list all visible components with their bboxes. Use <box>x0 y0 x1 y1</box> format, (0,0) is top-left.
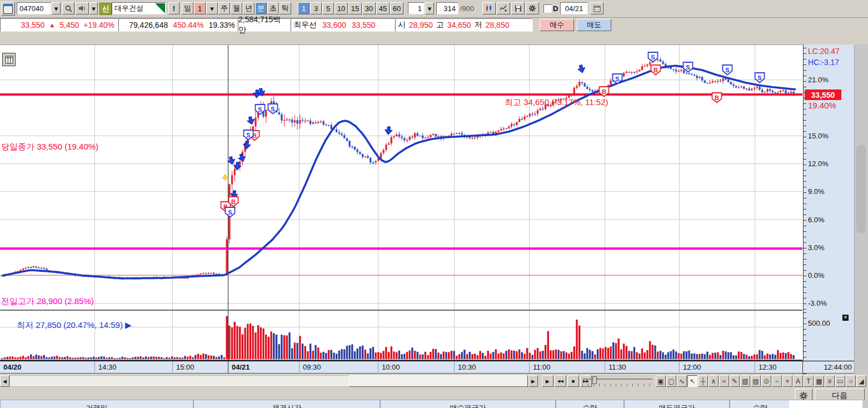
playback-rewind-button[interactable]: ◀◀ <box>555 375 566 387</box>
font-tool-icon[interactable]: T <box>804 375 814 387</box>
indicator-grid-icon[interactable]: ▦ <box>814 375 824 387</box>
lines-settings-icon[interactable]: ≡ <box>825 375 835 387</box>
y-tick-21.0%: 21.0% <box>808 76 829 84</box>
period-button-초[interactable]: 초 <box>267 2 279 14</box>
table-scroll-corner[interactable] <box>862 400 868 408</box>
trendline-add-icon[interactable] <box>497 2 510 14</box>
current-price-box: 33,550 <box>805 89 841 100</box>
d-checkbox[interactable] <box>543 4 552 13</box>
bottom-band: 다음 <box>0 388 868 400</box>
zoom-tool-icon[interactable]: ⊙ <box>761 375 771 387</box>
time-cell-separator <box>228 361 228 374</box>
peak-marker-tool-icon[interactable]: ∧ <box>709 375 719 387</box>
speed-slider-handle[interactable] <box>592 376 597 384</box>
sell-badge: S <box>226 207 235 217</box>
minute-button-1[interactable]: 1 <box>298 2 310 14</box>
open-label: 시 <box>398 20 406 30</box>
table-header-3: 수량 <box>556 400 624 408</box>
grid-toggle-icon[interactable] <box>2 53 16 66</box>
time-cell-separator <box>172 361 173 374</box>
angle-tool-icon[interactable]: ◢ <box>856 375 866 387</box>
time-label-10:00: 10:00 <box>382 363 400 371</box>
svg-text:S: S <box>757 74 761 81</box>
right-edge-scrollbar[interactable] <box>854 44 868 374</box>
interval-dropdown[interactable]: ▾ <box>425 2 434 14</box>
playback-play-button[interactable]: ▶ <box>542 375 553 387</box>
date-input[interactable]: 04/21 <box>560 2 588 14</box>
period-button-주[interactable]: 주 <box>218 2 230 14</box>
playback-stop-button[interactable]: ■ <box>567 375 579 387</box>
minute-button-15[interactable]: 15 <box>348 2 362 14</box>
crosshair-tool-icon[interactable]: ┼ <box>698 375 708 387</box>
period-button-월[interactable]: 월 <box>231 2 242 14</box>
edge-scroll-thumb[interactable] <box>856 145 866 233</box>
panel-tool-icon[interactable]: ▭ <box>835 375 845 387</box>
wave-tool-icon[interactable]: ≈ <box>719 375 729 387</box>
alert-button[interactable]: ! <box>168 2 179 14</box>
time-label-09:30: 09:30 <box>303 363 321 371</box>
time-cell-separator <box>529 361 530 374</box>
cascade-window-icon[interactable]: ▢ <box>666 375 676 387</box>
text-tool-icon[interactable]: A <box>793 375 803 387</box>
price-axis[interactable]: LC:20.47 HC:-3.17 33,550 19.40% 21.0%15.… <box>803 44 854 374</box>
minute-button-10[interactable]: 10 <box>335 2 348 14</box>
stock-code-dropdown[interactable]: ▾ <box>52 2 61 14</box>
sell-badge: S <box>648 52 658 62</box>
scrollbar-thumb[interactable] <box>349 375 528 387</box>
pointer-tool-icon[interactable]: ↖ <box>687 375 697 387</box>
period-button-1[interactable]: 1 <box>194 2 206 14</box>
candlestick-chart[interactable]: BBBBBBSSSSSSSSS <box>0 44 803 361</box>
table-header-4: 매도평균가 <box>624 400 730 408</box>
interval-input[interactable]: 1 <box>408 2 425 14</box>
chart-area[interactable]: BBBBBBSSSSSSSSS 최고 34,650 (-3.17%, 11:52… <box>0 44 868 374</box>
save-icon[interactable] <box>511 2 525 14</box>
period-button-분[interactable]: 분 <box>255 2 267 14</box>
gear-icon[interactable] <box>526 2 539 14</box>
best-quote-panel: 최우선 33,600 33,550 <box>291 18 395 32</box>
minute-button-3[interactable]: 3 <box>310 2 322 14</box>
current-pct-label: 19.40% <box>808 101 836 110</box>
minute-button-5[interactable]: 5 <box>322 2 334 14</box>
chart-image-icon[interactable]: ▤ <box>751 375 761 387</box>
stock-code-value: 047040 <box>19 4 43 13</box>
period-button-년[interactable]: 년 <box>243 2 255 14</box>
period-button-틱[interactable]: 틱 <box>280 2 291 14</box>
minute-button-group: 1351015304560 <box>298 2 404 14</box>
candle-add-icon[interactable] <box>482 2 496 14</box>
y-tick-3.0%: 3.0% <box>808 243 825 252</box>
shape-tool-icon[interactable]: ○ <box>846 375 856 387</box>
stock-code-input[interactable]: 047040 <box>17 2 51 14</box>
time-label-11:00: 11:00 <box>533 363 551 371</box>
time-cell-separator <box>299 361 300 374</box>
zoom-in-icon[interactable]: + <box>782 375 792 387</box>
current-price: 33,550 <box>21 21 45 29</box>
chart-window-icon[interactable] <box>1 2 15 16</box>
scroll-right-button[interactable]: ▶ <box>528 375 538 387</box>
zoom-out-icon[interactable]: − <box>772 375 782 387</box>
period-button-▼[interactable]: ▾ <box>206 2 218 14</box>
flag-icon <box>155 3 165 13</box>
volume-panel: 79,426,648 450.44% 19.33% <box>118 18 238 32</box>
sell-badge: S <box>723 65 732 75</box>
calendar-icon[interactable] <box>590 2 603 14</box>
stock-name-input[interactable]: 대우건설 <box>112 2 166 14</box>
close-pane-icon[interactable]: ✕ <box>842 315 849 321</box>
speaker-dropdown[interactable]: ▾ <box>89 2 98 14</box>
scroll-left-button[interactable]: ◀ <box>0 375 9 387</box>
pattern-tool-icon[interactable]: ▧ <box>740 375 750 387</box>
period-button-일[interactable]: 일 <box>182 2 193 14</box>
minute-button-30[interactable]: 30 <box>362 2 376 14</box>
search-icon[interactable] <box>62 2 74 14</box>
sell-button[interactable]: 매도 <box>577 19 611 31</box>
y-tick-12.0%: 12.0% <box>808 160 829 168</box>
time-label-04/21: 04/21 <box>232 363 250 371</box>
copy-chart-icon[interactable]: ▣ <box>656 375 666 387</box>
price-change-pct: +19.40% <box>83 21 114 29</box>
speaker-icon[interactable] <box>76 2 89 14</box>
line-style-icon[interactable]: ∿ <box>677 375 687 387</box>
minute-button-60[interactable]: 60 <box>390 2 403 14</box>
freehand-draw-icon[interactable]: ✎ <box>730 375 740 387</box>
minute-button-45[interactable]: 45 <box>376 2 390 14</box>
buy-button[interactable]: 매수 <box>540 19 574 31</box>
bar-count-input[interactable]: 314 <box>436 2 458 14</box>
